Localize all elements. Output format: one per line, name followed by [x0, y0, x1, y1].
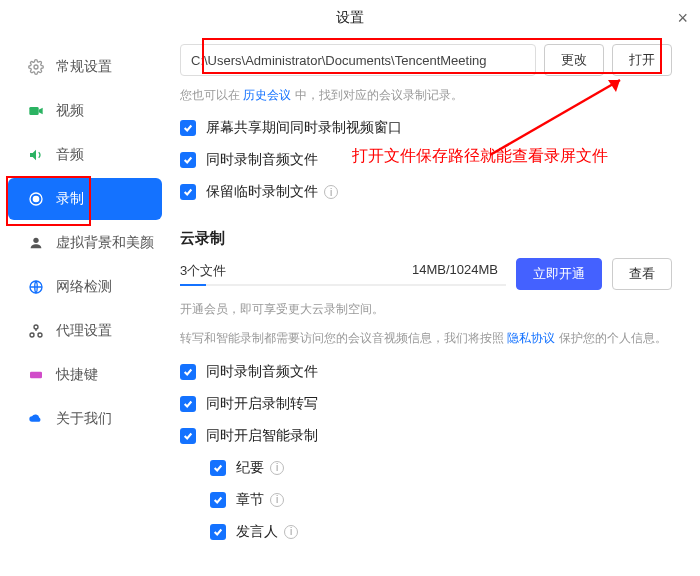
checkmark-icon: [180, 184, 196, 200]
checkbox-summary[interactable]: 纪要 i: [210, 459, 672, 477]
user-icon: [26, 235, 46, 251]
checkmark-icon: [180, 428, 196, 444]
sidebar: 常规设置 视频 音频 录制 虚拟背景和美颜 网络检测: [0, 36, 170, 576]
checkmark-icon: [180, 396, 196, 412]
speaker-icon: [26, 147, 46, 163]
sidebar-item-label: 录制: [56, 190, 84, 208]
svg-point-0: [34, 65, 38, 69]
checkbox-transcribe[interactable]: 同时开启录制转写: [180, 395, 672, 413]
checkmark-icon: [180, 364, 196, 380]
gear-icon: [26, 59, 46, 75]
svg-rect-9: [30, 372, 42, 379]
info-icon[interactable]: i: [270, 461, 284, 475]
checkbox-chapter[interactable]: 章节 i: [210, 491, 672, 509]
checkbox-label: 保留临时录制文件: [206, 183, 318, 201]
sidebar-item-label: 关于我们: [56, 410, 112, 428]
checkbox-speaker[interactable]: 发言人 i: [210, 523, 672, 541]
sidebar-item-video[interactable]: 视频: [8, 90, 162, 132]
keyboard-icon: [26, 367, 46, 383]
globe-icon: [26, 279, 46, 295]
sidebar-item-label: 虚拟背景和美颜: [56, 234, 154, 252]
checkbox-screen-share[interactable]: 屏幕共享期间同时录制视频窗口: [180, 119, 672, 137]
sidebar-item-proxy[interactable]: 代理设置: [8, 310, 162, 352]
cloud-title: 云录制: [180, 229, 672, 248]
history-note: 您也可以在 历史会议 中，找到对应的会议录制记录。: [180, 86, 672, 105]
save-path-input[interactable]: [180, 44, 536, 76]
view-button[interactable]: 查看: [612, 258, 672, 290]
svg-rect-1: [29, 107, 38, 115]
svg-point-4: [33, 238, 38, 243]
sidebar-item-about[interactable]: 关于我们: [8, 398, 162, 440]
checkbox-temp[interactable]: 保留临时录制文件 i: [180, 183, 672, 201]
window-title: 设置: [336, 9, 364, 27]
sidebar-item-vbg[interactable]: 虚拟背景和美颜: [8, 222, 162, 264]
info-icon[interactable]: i: [324, 185, 338, 199]
checkmark-icon: [210, 460, 226, 476]
sidebar-item-network[interactable]: 网络检测: [8, 266, 162, 308]
change-button[interactable]: 更改: [544, 44, 604, 76]
sidebar-item-audio[interactable]: 音频: [8, 134, 162, 176]
privacy-link[interactable]: 隐私协议: [507, 331, 555, 345]
proxy-icon: [26, 323, 46, 339]
checkmark-icon: [210, 524, 226, 540]
svg-point-8: [34, 325, 38, 329]
sidebar-item-label: 网络检测: [56, 278, 112, 296]
checkbox-label: 屏幕共享期间同时录制视频窗口: [206, 119, 402, 137]
checkmark-icon: [180, 152, 196, 168]
checkbox-label: 同时录制音频文件: [206, 363, 318, 381]
checkbox-label: 同时开启录制转写: [206, 395, 318, 413]
checkbox-label: 纪要: [236, 459, 264, 477]
sidebar-item-label: 快捷键: [56, 366, 98, 384]
history-link[interactable]: 历史会议: [243, 88, 291, 102]
record-icon: [26, 191, 46, 207]
cloud-icon: [26, 411, 46, 427]
sidebar-item-label: 代理设置: [56, 322, 112, 340]
sidebar-item-label: 视频: [56, 102, 84, 120]
checkmark-icon: [210, 492, 226, 508]
cloud-note2: 转写和智能录制都需要访问您的会议音视频信息，我们将按照 隐私协议 保护您的个人信…: [180, 329, 672, 348]
cloud-files: 3个文件: [180, 262, 226, 280]
info-icon[interactable]: i: [270, 493, 284, 507]
storage-bar: [180, 284, 506, 286]
sidebar-item-general[interactable]: 常规设置: [8, 46, 162, 88]
sidebar-item-record[interactable]: 录制: [8, 178, 162, 220]
checkbox-audio2[interactable]: 同时录制音频文件: [180, 363, 672, 381]
subscribe-button[interactable]: 立即开通: [516, 258, 602, 290]
checkbox-label: 章节: [236, 491, 264, 509]
checkbox-audio[interactable]: 同时录制音频文件: [180, 151, 672, 169]
checkmark-icon: [180, 120, 196, 136]
sidebar-item-label: 常规设置: [56, 58, 112, 76]
svg-point-3: [33, 196, 38, 201]
cloud-size: 14MB/1024MB: [412, 262, 498, 280]
sidebar-item-label: 音频: [56, 146, 84, 164]
checkbox-label: 同时开启智能录制: [206, 427, 318, 445]
checkbox-smart[interactable]: 同时开启智能录制: [180, 427, 672, 445]
cloud-note1: 开通会员，即可享受更大云录制空间。: [180, 300, 672, 319]
sidebar-item-hotkey[interactable]: 快捷键: [8, 354, 162, 396]
video-icon: [26, 103, 46, 119]
main-panel: 更改 打开 您也可以在 历史会议 中，找到对应的会议录制记录。 屏幕共享期间同时…: [170, 36, 700, 576]
open-button[interactable]: 打开: [612, 44, 672, 76]
info-icon[interactable]: i: [284, 525, 298, 539]
checkbox-label: 同时录制音频文件: [206, 151, 318, 169]
checkbox-label: 发言人: [236, 523, 278, 541]
close-icon[interactable]: ×: [677, 8, 688, 29]
